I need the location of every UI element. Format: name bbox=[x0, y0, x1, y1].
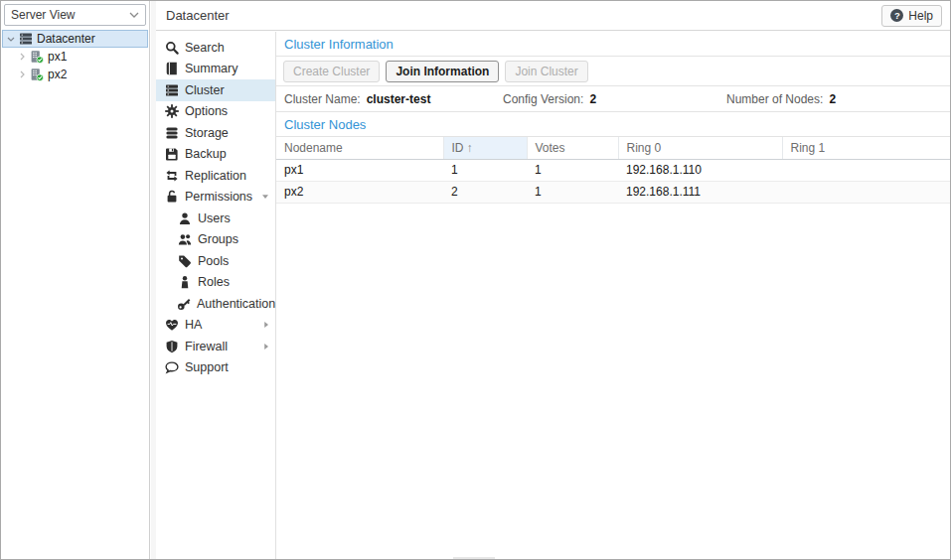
sidebar-item-label: Backup bbox=[185, 147, 227, 161]
server-online-icon bbox=[30, 68, 44, 81]
app-window: Server View Datacenter bbox=[0, 0, 951, 560]
cluster-toolbar: Create Cluster Join Information Join Clu… bbox=[276, 57, 950, 86]
table-row-px1[interactable]: px1 1 1 192.168.1.110 bbox=[276, 159, 950, 181]
sidebar-item-replication[interactable]: Replication bbox=[156, 165, 275, 187]
gear-icon bbox=[164, 104, 179, 118]
tree-item-label: px2 bbox=[48, 68, 67, 81]
sidebar-item-label: Summary bbox=[185, 62, 238, 75]
column-header-nodename[interactable]: Nodename bbox=[276, 137, 443, 159]
caret-collapsed-icon[interactable] bbox=[16, 53, 28, 61]
page-title: Datacenter bbox=[166, 8, 230, 23]
cell-nodename: px1 bbox=[276, 159, 443, 181]
caret-down-icon bbox=[261, 194, 269, 200]
sidebar-item-label: Cluster bbox=[185, 83, 225, 97]
cluster-name-value: cluster-test bbox=[367, 92, 431, 106]
main-content: Cluster Information Create Cluster Join … bbox=[276, 32, 950, 559]
number-of-nodes-label: Number of Nodes: bbox=[726, 92, 823, 106]
caret-collapsed-icon[interactable] bbox=[16, 70, 28, 78]
sidebar-item-label: Permissions bbox=[185, 190, 252, 204]
cell-votes: 1 bbox=[527, 181, 618, 203]
sidebar-item-storage[interactable]: Storage bbox=[156, 122, 275, 144]
cluster-name-label: Cluster Name: bbox=[284, 92, 361, 106]
unlock-icon bbox=[164, 190, 179, 204]
users-icon bbox=[177, 232, 192, 246]
sidebar-item-roles[interactable]: Roles bbox=[156, 272, 275, 294]
content-header-bar: Datacenter ? Help bbox=[156, 1, 950, 31]
config-version-value: 2 bbox=[589, 92, 596, 106]
table-header-row: Nodename ID↑ Votes Ring 0 Ring 1 bbox=[276, 137, 950, 159]
cell-id: 1 bbox=[443, 159, 527, 181]
cluster-nodes-title: Cluster Nodes bbox=[276, 112, 950, 137]
cell-id: 2 bbox=[443, 181, 527, 203]
config-sidebar: Search Summary Cluster Options Storage bbox=[156, 32, 276, 559]
column-header-id[interactable]: ID↑ bbox=[443, 137, 527, 159]
cell-ring0: 192.168.1.110 bbox=[618, 159, 782, 181]
search-icon bbox=[164, 41, 179, 55]
view-selector[interactable]: Server View bbox=[4, 4, 146, 26]
key-icon bbox=[177, 297, 191, 311]
sidebar-item-label: Options bbox=[185, 104, 228, 118]
tree-item-px2[interactable]: px2 bbox=[1, 66, 149, 83]
shield-icon bbox=[164, 340, 179, 353]
column-header-ring0[interactable]: Ring 0 bbox=[618, 137, 782, 159]
sidebar-item-permissions[interactable]: Permissions bbox=[156, 187, 275, 209]
question-circle-icon: ? bbox=[890, 9, 903, 22]
sidebar-item-summary[interactable]: Summary bbox=[156, 59, 275, 80]
join-information-button[interactable]: Join Information bbox=[386, 61, 499, 82]
table-row-px2[interactable]: px2 2 1 192.168.1.111 bbox=[276, 181, 950, 203]
comment-icon bbox=[164, 360, 179, 374]
sidebar-item-pools[interactable]: Pools bbox=[156, 250, 275, 272]
column-header-votes[interactable]: Votes bbox=[527, 137, 618, 159]
create-cluster-button[interactable]: Create Cluster bbox=[283, 61, 380, 82]
sidebar-item-label: Users bbox=[198, 211, 231, 225]
sidebar-item-backup[interactable]: Backup bbox=[156, 144, 275, 166]
sidebar-item-ha[interactable]: HA bbox=[156, 315, 275, 337]
server-stack-icon bbox=[19, 32, 33, 46]
sidebar-item-label: Groups bbox=[198, 232, 238, 246]
sidebar-item-label: Authentication bbox=[197, 297, 275, 311]
tag-icon bbox=[177, 254, 192, 268]
cell-ring1 bbox=[782, 159, 950, 181]
cluster-name-field: Cluster Name: cluster-test bbox=[284, 86, 430, 111]
user-icon bbox=[177, 211, 192, 225]
sidebar-item-authentication[interactable]: Authentication bbox=[156, 293, 275, 315]
cell-ring1 bbox=[782, 181, 950, 203]
sidebar-item-search[interactable]: Search bbox=[156, 37, 275, 59]
number-of-nodes-field: Number of Nodes: 2 bbox=[726, 86, 836, 111]
cluster-information-title: Cluster Information bbox=[276, 32, 950, 57]
resource-tree-panel: Server View Datacenter bbox=[1, 1, 150, 559]
sidebar-item-firewall[interactable]: Firewall bbox=[156, 336, 275, 357]
tree-item-px1[interactable]: px1 bbox=[1, 48, 149, 66]
heartbeat-icon bbox=[164, 318, 179, 332]
sidebar-item-label: Firewall bbox=[185, 340, 228, 353]
help-button-label: Help bbox=[908, 9, 933, 23]
sidebar-item-label: HA bbox=[185, 318, 202, 332]
cell-votes: 1 bbox=[527, 159, 618, 181]
column-header-ring1[interactable]: Ring 1 bbox=[782, 137, 950, 159]
server-stack-icon bbox=[164, 83, 179, 97]
caret-right-icon bbox=[263, 321, 269, 329]
person-icon bbox=[177, 275, 192, 289]
cell-ring0: 192.168.1.111 bbox=[618, 181, 782, 203]
sidebar-item-cluster[interactable]: Cluster bbox=[156, 79, 275, 101]
sidebar-item-options[interactable]: Options bbox=[156, 101, 275, 123]
database-icon bbox=[164, 126, 179, 140]
floppy-icon bbox=[164, 147, 179, 161]
tree-item-label: px1 bbox=[48, 50, 67, 64]
sidebar-item-users[interactable]: Users bbox=[156, 208, 275, 229]
join-cluster-button[interactable]: Join Cluster bbox=[505, 61, 587, 82]
sidebar-item-label: Storage bbox=[185, 126, 229, 140]
cell-nodename: px2 bbox=[276, 181, 443, 203]
help-button[interactable]: ? Help bbox=[881, 5, 942, 27]
tree-item-label: Datacenter bbox=[37, 32, 95, 46]
tree-item-datacenter[interactable]: Datacenter bbox=[2, 30, 148, 48]
window-resize-grip bbox=[453, 557, 495, 559]
sidebar-item-label: Support bbox=[185, 360, 229, 374]
chevron-down-icon bbox=[129, 12, 139, 18]
sidebar-item-label: Search bbox=[185, 41, 225, 55]
caret-right-icon bbox=[263, 343, 269, 350]
caret-expanded-icon[interactable] bbox=[5, 37, 17, 42]
resource-tree: Datacenter px1 px2 bbox=[1, 30, 149, 83]
sidebar-item-support[interactable]: Support bbox=[156, 357, 275, 379]
sidebar-item-groups[interactable]: Groups bbox=[156, 229, 275, 251]
